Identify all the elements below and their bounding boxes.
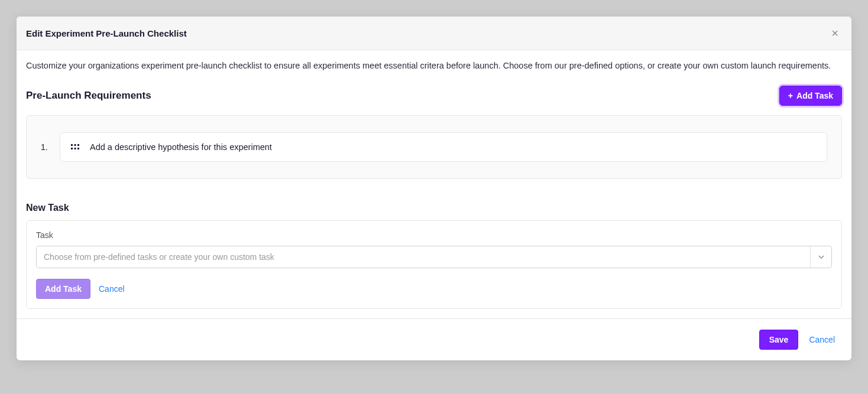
task-select[interactable]: [36, 246, 832, 268]
new-task-actions: Add Task Cancel: [36, 279, 832, 299]
svg-rect-0: [71, 144, 73, 146]
svg-rect-3: [71, 148, 73, 149]
close-button[interactable]: ×: [828, 27, 842, 39]
new-task-cancel-button[interactable]: Cancel: [99, 284, 125, 294]
new-task-heading: New Task: [26, 203, 842, 213]
edit-checklist-modal: Edit Experiment Pre-Launch Checklist × C…: [17, 17, 851, 360]
save-button[interactable]: Save: [759, 330, 799, 350]
requirements-heading: Pre-Launch Requirements: [26, 90, 151, 102]
task-select-input[interactable]: [37, 246, 810, 268]
requirement-text: Add a descriptive hypothesis for this ex…: [90, 142, 272, 152]
modal-title: Edit Experiment Pre-Launch Checklist: [26, 28, 187, 38]
requirement-row: 1. Add a descriptive hypothesis for this…: [41, 132, 827, 162]
requirement-item[interactable]: Add a descriptive hypothesis for this ex…: [60, 132, 827, 162]
chevron-down-icon[interactable]: [810, 246, 831, 268]
svg-rect-2: [77, 144, 79, 146]
add-task-button[interactable]: + Add Task: [779, 86, 842, 106]
task-field-label: Task: [36, 230, 832, 240]
new-task-add-button[interactable]: Add Task: [36, 279, 90, 299]
modal-description: Customize your organizations experiment …: [26, 60, 842, 73]
add-task-button-label: Add Task: [796, 91, 833, 100]
svg-rect-5: [77, 148, 79, 149]
new-task-form: Task Add Task Cancel: [26, 220, 842, 309]
modal-footer: Save Cancel: [17, 318, 851, 360]
drag-handle-icon[interactable]: [71, 144, 79, 150]
requirement-number: 1.: [41, 142, 49, 152]
requirements-list: 1. Add a descriptive hypothesis for this…: [26, 115, 842, 179]
footer-cancel-button[interactable]: Cancel: [809, 335, 835, 344]
modal-body: Customize your organizations experiment …: [17, 50, 851, 318]
plus-icon: +: [788, 92, 793, 100]
close-icon: ×: [831, 27, 838, 40]
svg-rect-1: [75, 144, 76, 146]
svg-rect-4: [75, 148, 76, 149]
requirements-header-row: Pre-Launch Requirements + Add Task: [26, 86, 842, 106]
modal-header: Edit Experiment Pre-Launch Checklist ×: [17, 17, 851, 50]
